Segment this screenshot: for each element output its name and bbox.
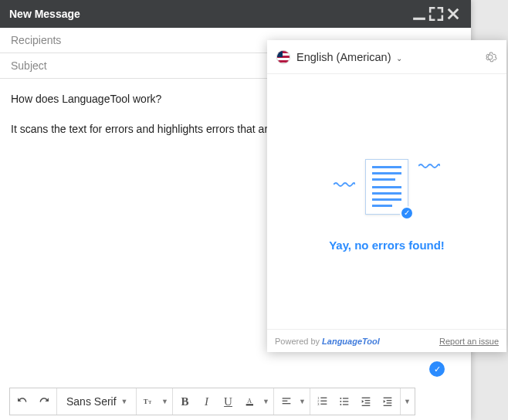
svg-point-16 — [340, 401, 341, 402]
svg-text:3: 3 — [317, 402, 320, 406]
svg-rect-11 — [320, 401, 327, 401]
font-family-label: Sans Serif — [66, 395, 117, 408]
svg-text:A: A — [247, 397, 252, 405]
flag-us-icon — [276, 50, 290, 64]
font-size-menu[interactable]: ▼ — [160, 388, 171, 415]
svg-text:T: T — [148, 400, 151, 405]
svg-rect-24 — [383, 398, 391, 398]
fullscreen-button[interactable] — [428, 5, 445, 22]
squiggle-icon — [334, 177, 355, 183]
svg-point-14 — [340, 398, 341, 399]
recipients-placeholder: Recipients — [11, 34, 61, 46]
language-select[interactable]: English (American) ⌄ — [296, 51, 402, 63]
settings-button[interactable] — [483, 50, 497, 64]
language-label: English (American) — [296, 51, 391, 63]
undo-button[interactable] — [12, 388, 33, 415]
chevron-down-icon: ▼ — [121, 398, 128, 405]
svg-rect-17 — [343, 401, 348, 401]
font-family-select[interactable]: Sans Serif ▼ — [59, 395, 134, 408]
languagetool-status-badge[interactable]: ✓ — [429, 361, 445, 377]
window-titlebar: New Message — [0, 0, 471, 28]
svg-rect-15 — [343, 398, 348, 398]
italic-button[interactable]: I — [196, 388, 218, 415]
svg-rect-4 — [246, 404, 252, 405]
lt-footer: Powered by LanguageTool Report an issue — [267, 329, 506, 352]
svg-rect-20 — [361, 398, 370, 398]
indent-more-button[interactable] — [377, 388, 398, 415]
font-size-button[interactable]: TT — [138, 388, 160, 415]
numbered-list-button[interactable]: 123 — [312, 388, 334, 415]
check-icon: ✓ — [400, 206, 414, 220]
svg-rect-22 — [364, 402, 370, 403]
redo-button[interactable] — [33, 388, 55, 415]
chevron-down-icon: ⌄ — [396, 54, 402, 63]
indent-less-button[interactable] — [355, 388, 377, 415]
squiggle-icon — [418, 158, 440, 164]
formatting-toolbar: Sans Serif ▼ TT ▼ B I U A ▼ ▼ — [9, 388, 415, 415]
svg-rect-26 — [386, 402, 391, 403]
svg-rect-23 — [361, 405, 370, 406]
report-issue-link[interactable]: Report an issue — [439, 337, 499, 346]
svg-rect-21 — [364, 400, 370, 401]
close-button[interactable] — [445, 5, 462, 22]
svg-rect-19 — [343, 404, 348, 405]
svg-rect-13 — [320, 404, 327, 405]
lt-body: ✓ Yay, no errors found! — [267, 74, 506, 329]
brand-link[interactable]: LanguageTool — [322, 337, 380, 346]
svg-rect-0 — [413, 18, 425, 20]
underline-button[interactable]: U — [218, 388, 239, 415]
svg-point-18 — [340, 404, 341, 405]
subject-placeholder: Subject — [11, 59, 47, 72]
powered-by-label: Powered by — [275, 337, 320, 346]
svg-rect-6 — [282, 401, 287, 401]
text-color-menu[interactable]: ▼ — [261, 388, 272, 415]
svg-rect-25 — [386, 400, 391, 401]
svg-rect-9 — [320, 398, 327, 398]
bulleted-list-button[interactable] — [334, 388, 355, 415]
align-menu[interactable]: ▼ — [297, 388, 308, 415]
text-color-button[interactable]: A — [239, 388, 261, 415]
minimize-button[interactable] — [411, 5, 428, 22]
lt-success-message: Yay, no errors found! — [329, 239, 445, 252]
languagetool-popup: English (American) ⌄ ✓ — [267, 40, 506, 352]
align-button[interactable] — [276, 388, 297, 415]
svg-text:T: T — [143, 398, 147, 405]
more-formatting-menu[interactable]: ▼ — [402, 388, 413, 415]
document-ok-illustration: ✓ — [337, 152, 437, 222]
window-title: New Message — [9, 8, 80, 20]
svg-rect-27 — [383, 405, 391, 406]
lt-header: English (American) ⌄ — [267, 40, 506, 74]
svg-rect-7 — [282, 403, 290, 404]
bold-button[interactable]: B — [174, 388, 196, 415]
svg-rect-5 — [282, 398, 290, 398]
